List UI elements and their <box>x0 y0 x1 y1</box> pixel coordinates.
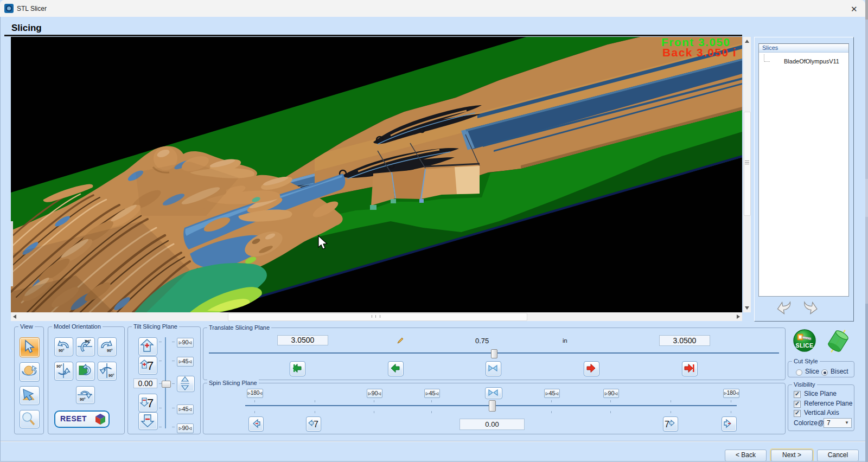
svg-text:7: 7 <box>147 396 154 410</box>
svg-text:90°: 90° <box>56 364 62 368</box>
svg-text:SLICE: SLICE <box>796 342 814 349</box>
svg-text:90°: 90° <box>85 339 91 343</box>
svg-text:90°: 90° <box>80 397 86 401</box>
svg-text:90°: 90° <box>59 349 65 352</box>
svg-text:7: 7 <box>665 420 669 429</box>
svg-text:90°: 90° <box>108 374 114 377</box>
svg-text:90°: 90° <box>107 349 113 352</box>
svg-text:7: 7 <box>147 359 154 373</box>
svg-text:7: 7 <box>314 420 318 429</box>
svg-text:Back 3.050 i: Back 3.050 i <box>662 46 737 59</box>
